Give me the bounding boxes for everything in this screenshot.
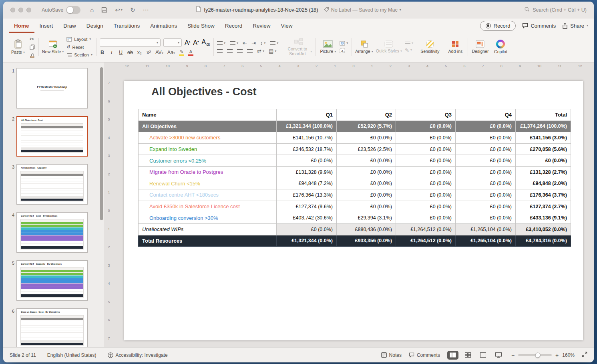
cell-value[interactable]: £0 (0.0%) — [337, 166, 396, 178]
addins-button[interactable]: Add-ins — [446, 40, 464, 54]
slide-thumbnail-5[interactable]: 5Gartner RGT - Capacity - By Objectives — [8, 260, 104, 301]
cell-value[interactable]: £0 (0.0%) — [277, 223, 337, 235]
cell-value[interactable]: £0 (0.0%) — [456, 132, 516, 144]
slide-title[interactable]: All Objectives - Cost — [151, 86, 257, 98]
convert-to-smartart-button[interactable]: Convert to SmartArt▾ — [285, 38, 312, 56]
paste-button[interactable]: Paste▾ — [9, 39, 27, 55]
search-box[interactable]: Search (Cmd + Ctrl + U) — [524, 2, 587, 18]
slide-thumbnail-2[interactable]: 2All Objectives - Cost — [8, 116, 104, 157]
cell-value[interactable]: £0 (0.0%) — [396, 121, 456, 132]
cell-value[interactable]: £0 (0.0%) — [277, 155, 337, 167]
cell-value[interactable]: £246,532 (18.7%) — [277, 143, 337, 155]
table-row-3[interactable]: Customer errors <0.25%£0 (0.0%)£0 (0.0%)… — [139, 155, 571, 167]
column-header-q3[interactable]: Q3 — [396, 109, 456, 121]
normal-view-button[interactable] — [447, 351, 458, 360]
cell-value[interactable]: £127,374 (9.6%) — [277, 201, 337, 212]
slide-thumbnail-1[interactable]: 1FY26 Master Roadmap — [8, 68, 104, 109]
change-case-button[interactable]: Aa▾ — [167, 50, 175, 55]
slide-thumbnail-3[interactable]: 3All Objectives - Capacity — [8, 164, 104, 205]
shapes-button[interactable]: ▾ — [340, 41, 348, 46]
zoom-slider[interactable] — [518, 354, 552, 356]
share-button[interactable]: Share ▾ — [562, 23, 588, 29]
highlight-color-button[interactable]: ✎ — [179, 50, 184, 56]
cell-value[interactable]: £0 (0.0%) — [396, 212, 456, 224]
row-name[interactable]: Migrate from Oracle to Postgres — [139, 166, 277, 178]
tab-home[interactable]: Home — [9, 18, 34, 33]
row-name[interactable]: All Objectives — [139, 121, 277, 132]
zoom-out-button[interactable]: − — [511, 352, 515, 358]
table-row-2[interactable]: Expand into Sweden£246,532 (18.7%)£23,52… — [139, 143, 571, 155]
cut-icon[interactable]: ✂ — [30, 36, 35, 42]
font-color-button[interactable]: A — [188, 50, 193, 56]
row-name[interactable]: Expand into Sweden — [139, 143, 277, 155]
cell-value[interactable]: £433,136 (9.1%) — [516, 212, 571, 224]
cell-value[interactable]: £0 (0.0%) — [396, 143, 456, 155]
new-slide-button[interactable]: New Slide▾ — [42, 40, 64, 54]
column-header-name[interactable]: Name — [139, 109, 277, 121]
document-title[interactable]: fy26-master-roadmap-analytics-18-Nov-202… — [204, 7, 318, 13]
cell-value[interactable]: £0 (0.0%) — [456, 178, 516, 189]
decrease-indent-button[interactable]: ⇤ — [243, 40, 247, 46]
cell-value[interactable]: £0 (0.0%) — [456, 189, 516, 201]
sensitivity-button[interactable]: Sensitivity — [420, 40, 439, 54]
font-name-select[interactable]: ▾ — [100, 38, 161, 47]
notes-button[interactable]: Notes — [381, 352, 402, 358]
cell-value[interactable]: £23,526 (2.5%) — [337, 143, 396, 155]
column-header-total[interactable]: Total — [516, 109, 571, 121]
close-window-button[interactable] — [10, 8, 15, 12]
cell-value[interactable]: £933,356 (0.0%) — [337, 235, 396, 247]
cell-value[interactable]: £0 (0.0%) — [337, 178, 396, 189]
cell-value[interactable]: £3,410,052 (0.0%) — [516, 223, 571, 235]
shape-outline-button[interactable]: ✎▾ — [405, 48, 413, 53]
copilot-button[interactable]: Copilot — [492, 40, 509, 54]
cell-value[interactable]: £94,848 (2.0%) — [516, 178, 571, 189]
clear-formatting-button[interactable]: A⌫ — [201, 39, 210, 46]
tab-record[interactable]: Record — [220, 18, 248, 33]
cost-table[interactable]: NameQ1Q2Q3Q4TotalAll Objectives£1,321,34… — [138, 109, 571, 247]
arrange-button[interactable]: Arrange▾ — [355, 40, 373, 54]
justify-button[interactable] — [247, 49, 253, 53]
tab-draw[interactable]: Draw — [58, 18, 81, 33]
cell-value[interactable]: £270,058 (5.6%) — [516, 143, 571, 155]
cell-value[interactable]: £0 (0.0%) — [396, 201, 456, 212]
thumbnail-scrollbar[interactable] — [100, 67, 103, 220]
minimize-window-button[interactable] — [18, 8, 23, 12]
cell-value[interactable]: £0 (0.0%) — [456, 212, 516, 224]
superscript-button[interactable]: x² — [146, 50, 151, 55]
shrink-font-button[interactable]: A▾ — [193, 40, 199, 46]
row-name[interactable]: Avoid £350k in Salesforce Licence cost — [139, 201, 277, 212]
language-indicator[interactable]: English (United States) — [47, 352, 96, 358]
table-row-6[interactable]: Contact centre AHT <180secs£176,364 (13.… — [139, 189, 571, 201]
text-box-button[interactable]: A — [340, 48, 348, 53]
shape-fill-button[interactable]: ▾ — [405, 42, 413, 45]
cell-value[interactable]: £1,264,512 (0.0%) — [396, 235, 456, 247]
align-left-button[interactable] — [217, 49, 223, 53]
row-name[interactable]: Contact centre AHT <180secs — [139, 189, 277, 201]
cell-value[interactable]: £880,436 (0.0%) — [337, 223, 396, 235]
table-row-9[interactable]: Unallocated WIPs£0 (0.0%)£880,436 (0.0%)… — [139, 223, 571, 235]
cell-value[interactable]: £0 (0.0%) — [396, 132, 456, 144]
tab-view[interactable]: View — [276, 18, 298, 33]
align-right-button[interactable] — [237, 49, 243, 53]
quick-styles-button[interactable]: Quick Styles▾ — [376, 40, 402, 54]
font-size-select[interactable]: ▾ — [163, 38, 182, 47]
table-row-10[interactable]: Total Resources£1,321,344 (0.0%)£933,356… — [139, 235, 571, 247]
record-button[interactable]: Record — [480, 21, 516, 31]
tab-insert[interactable]: Insert — [34, 18, 58, 33]
column-header-q2[interactable]: Q2 — [337, 109, 396, 121]
home-icon[interactable]: ⌂ — [90, 6, 94, 13]
cell-value[interactable]: £0 (0.0%) — [337, 155, 396, 167]
cell-value[interactable]: £0 (0.0%) — [337, 132, 396, 144]
line-spacing-button[interactable]: ↕▾ — [260, 40, 266, 46]
copy-icon[interactable] — [30, 44, 35, 50]
table-row-7[interactable]: Avoid £350k in Salesforce Licence cost£1… — [139, 201, 571, 212]
cell-value[interactable]: £0 (0.0%) — [516, 155, 571, 167]
slide-thumbnail-4[interactable]: 4Gartner RGT - Cost - By Objectives — [8, 212, 104, 253]
cell-value[interactable]: £0 (0.0%) — [396, 155, 456, 167]
row-name[interactable]: Unallocated WIPs — [139, 223, 277, 235]
bullets-button[interactable]: ▾ — [217, 41, 225, 45]
picture-button[interactable]: Picture▾ — [319, 40, 337, 54]
numbering-button[interactable]: ▾ — [230, 41, 238, 45]
zoom-in-button[interactable]: + — [555, 352, 559, 358]
redo-button[interactable]: ↻ — [130, 6, 135, 14]
